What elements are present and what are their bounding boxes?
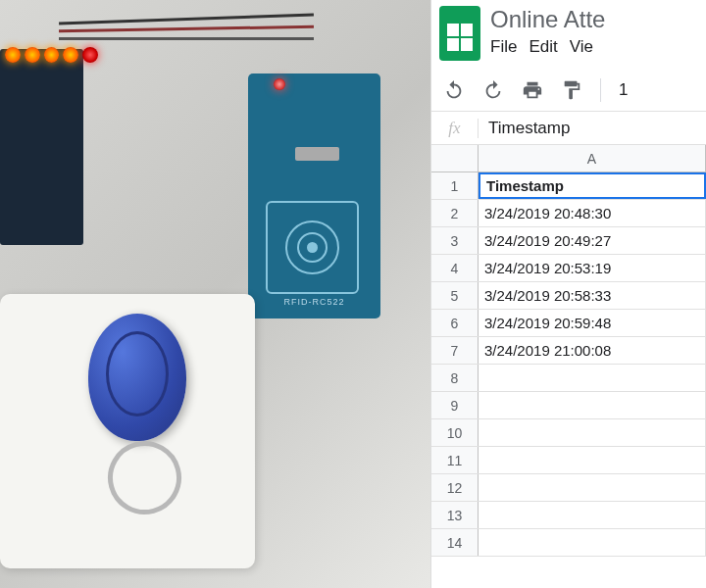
rfid-keyfob	[88, 314, 186, 441]
cell[interactable]: Timestamp	[479, 172, 706, 199]
table-row: 1Timestamp	[431, 172, 706, 200]
spreadsheet-panel: Online Atte File Edit Vie 1 fx A 1Timest…	[430, 0, 706, 588]
document-title[interactable]: Online Atte	[490, 6, 698, 33]
fx-icon[interactable]: fx	[431, 119, 479, 138]
cell[interactable]	[479, 365, 706, 391]
redo-icon[interactable]	[482, 79, 504, 101]
formula-bar: fx	[431, 112, 706, 145]
rfid-pins	[295, 147, 339, 161]
wire	[59, 37, 314, 40]
cell[interactable]	[479, 392, 706, 418]
toolbar: 1	[431, 69, 706, 112]
table-row: 12	[431, 474, 706, 502]
cell[interactable]: 3/24/2019 20:53:19	[479, 255, 706, 281]
sheets-header: Online Atte File Edit Vie	[431, 0, 706, 61]
zoom-level[interactable]: 1	[619, 80, 628, 100]
cell[interactable]: 3/24/2019 20:49:27	[479, 227, 706, 254]
table-row: 14	[431, 529, 706, 557]
wire	[59, 25, 314, 33]
cell[interactable]	[479, 502, 706, 528]
menu-view[interactable]: Vie	[570, 37, 593, 57]
row-header[interactable]: 9	[431, 392, 479, 418]
row-header[interactable]: 2	[431, 200, 479, 226]
table-row: 23/24/2019 20:48:30	[431, 200, 706, 227]
cell[interactable]: 3/24/2019 20:58:33	[479, 282, 706, 309]
row-header[interactable]: 13	[431, 502, 479, 528]
table-row: 73/24/2019 21:00:08	[431, 337, 706, 365]
row-header[interactable]: 5	[431, 282, 479, 309]
cell[interactable]	[479, 447, 706, 473]
separator	[600, 78, 601, 102]
rfid-label: RFID-RC522	[283, 297, 344, 307]
menu-file[interactable]: File	[490, 37, 517, 57]
wire	[59, 13, 314, 24]
col-header-a[interactable]: A	[479, 145, 706, 172]
row-header[interactable]: 3	[431, 227, 479, 254]
rfid-reader: RFID-RC522	[248, 74, 380, 318]
select-all-corner[interactable]	[431, 145, 479, 172]
row-header[interactable]: 8	[431, 365, 479, 391]
table-row: 11	[431, 447, 706, 474]
table-row: 53/24/2019 20:58:33	[431, 282, 706, 310]
row-header[interactable]: 6	[431, 310, 479, 336]
undo-icon[interactable]	[443, 79, 465, 101]
cell[interactable]: 3/24/2019 21:00:08	[479, 337, 706, 364]
row-header[interactable]: 7	[431, 337, 479, 364]
hardware-photo: RFID-RC522	[0, 0, 430, 588]
row-header[interactable]: 1	[431, 172, 479, 199]
arduino-board	[0, 49, 83, 245]
table-row: 63/24/2019 20:59:48	[431, 310, 706, 337]
print-icon[interactable]	[522, 79, 543, 101]
cell[interactable]: 3/24/2019 20:59:48	[479, 310, 706, 336]
cell[interactable]	[479, 529, 706, 556]
table-row: 43/24/2019 20:53:19	[431, 255, 706, 282]
menubar: File Edit Vie	[490, 37, 698, 57]
cell[interactable]	[479, 474, 706, 501]
table-row: 9	[431, 392, 706, 419]
paint-format-icon[interactable]	[561, 79, 582, 101]
menu-edit[interactable]: Edit	[529, 37, 557, 57]
column-headers: A	[431, 145, 706, 172]
table-row: 10	[431, 419, 706, 447]
row-header[interactable]: 11	[431, 447, 479, 473]
rfid-antenna-icon	[266, 201, 359, 294]
row-header[interactable]: 14	[431, 529, 479, 556]
table-row: 8	[431, 365, 706, 392]
row-header[interactable]: 4	[431, 255, 479, 281]
cell[interactable]	[479, 419, 706, 446]
rfid-led-icon	[274, 78, 285, 90]
google-sheets-icon[interactable]	[439, 6, 480, 61]
table-row: 33/24/2019 20:49:27	[431, 227, 706, 255]
row-header[interactable]: 10	[431, 419, 479, 446]
table-row: 13	[431, 502, 706, 529]
cell[interactable]: 3/24/2019 20:48:30	[479, 200, 706, 226]
formula-input[interactable]	[479, 119, 706, 138]
spreadsheet-grid[interactable]: A 1Timestamp23/24/2019 20:48:3033/24/201…	[431, 145, 706, 557]
row-header[interactable]: 12	[431, 474, 479, 501]
arduino-leds	[0, 47, 98, 72]
